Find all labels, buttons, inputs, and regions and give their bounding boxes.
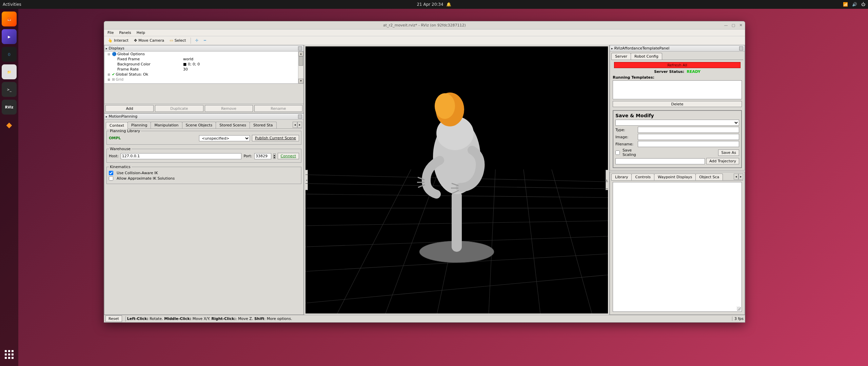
- tab-robot-config[interactable]: Robot Config: [631, 53, 662, 60]
- host-input[interactable]: [121, 153, 242, 159]
- tab-scroll-left[interactable]: ◂: [293, 122, 297, 128]
- clock[interactable]: 21 Apr 20:34: [417, 2, 443, 7]
- dock-cube-app[interactable]: ◆: [2, 117, 17, 132]
- planning-library-legend: Planning Library: [109, 129, 141, 133]
- svg-line-4: [305, 275, 608, 303]
- dock-rviz[interactable]: RViz: [2, 100, 17, 115]
- save-scaling-checkbox[interactable]: [615, 150, 620, 155]
- collision-label: Use Collision-Aware IK: [117, 171, 158, 175]
- add-trajectory-button[interactable]: Add Trajectory: [706, 158, 739, 164]
- duplicate-button[interactable]: Duplicate: [155, 105, 203, 112]
- tab-server[interactable]: Server: [611, 53, 631, 60]
- port-label: Port:: [243, 154, 252, 158]
- kinematics-legend: Kinematics: [109, 165, 132, 169]
- type-label: Type:: [615, 128, 636, 132]
- menubar: File Panels Help: [104, 29, 745, 36]
- tool-select[interactable]: ▭Select: [167, 37, 188, 44]
- expand-icon[interactable]: ▸: [106, 47, 107, 50]
- robot-model: [406, 72, 508, 277]
- filename-input[interactable]: [638, 141, 739, 147]
- menu-file[interactable]: File: [105, 30, 116, 36]
- remove-button[interactable]: Remove: [205, 105, 253, 112]
- host-label: Host:: [109, 154, 119, 158]
- statusbar-help: Left-Click: Rotate. Middle-Click: Move X…: [127, 317, 292, 321]
- dock-vscode[interactable]: ⟨⟩: [2, 47, 17, 62]
- tab-manipulation[interactable]: Manipulation: [151, 122, 182, 128]
- power-icon[interactable]: ⏻: [861, 2, 865, 7]
- volume-icon[interactable]: 🔊: [852, 2, 857, 7]
- scrollbar[interactable]: ▴▾: [298, 52, 303, 83]
- affordance-lower-panel: Library Controls Waypoint Displays Objec…: [610, 172, 745, 315]
- displays-tree[interactable]: ⊟🔵 Global Options Fixed Frameworld Backg…: [104, 52, 303, 83]
- add-button[interactable]: Add: [105, 105, 154, 112]
- pin-icon[interactable]: [739, 46, 743, 50]
- notification-icon[interactable]: 🔔: [446, 2, 451, 7]
- rviz-window: at_r2_moveit.rviz* - RViz (on 92fdc32871…: [104, 21, 745, 323]
- svg-line-12: [524, 169, 541, 313]
- warehouse-group: Warehouse Host: Port: ▲▼ Connect: [106, 149, 301, 163]
- tool-focus[interactable]: ✢: [193, 37, 201, 44]
- delete-button[interactable]: Delete: [613, 101, 742, 107]
- save-as-button[interactable]: Save As: [718, 149, 739, 156]
- type-input[interactable]: [638, 127, 739, 133]
- dock-files[interactable]: 📁: [2, 64, 17, 79]
- svg-rect-15: [452, 191, 462, 252]
- tab-object-scaling[interactable]: Object Sca: [695, 174, 723, 180]
- tab-stored-scenes[interactable]: Stored Scenes: [216, 122, 250, 128]
- pin-icon[interactable]: [298, 46, 302, 50]
- collision-checkbox[interactable]: [109, 171, 113, 175]
- pin-icon[interactable]: [298, 115, 302, 119]
- image-input[interactable]: [638, 134, 739, 140]
- tab-scroll-right[interactable]: ▸: [738, 174, 743, 180]
- port-spinner[interactable]: ▲▼: [273, 154, 276, 159]
- save-modify-title: Save & Modify: [615, 113, 739, 118]
- 3d-viewport[interactable]: ◂ ▸: [305, 46, 608, 313]
- trajectory-input[interactable]: [615, 158, 705, 164]
- tab-waypoint-displays[interactable]: Waypoint Displays: [654, 174, 696, 180]
- planner-select[interactable]: <unspecified>: [199, 135, 250, 141]
- wifi-icon[interactable]: 📶: [843, 2, 848, 7]
- tab-scroll-right[interactable]: ▸: [297, 122, 302, 128]
- template-select[interactable]: [615, 120, 739, 126]
- window-maximize[interactable]: ▢: [731, 23, 735, 27]
- tab-stored-states[interactable]: Stored Sta: [250, 122, 277, 128]
- approx-checkbox[interactable]: [109, 176, 113, 181]
- motionplanning-panel: ▸ MotionPlanning Context Planning Manipu…: [104, 113, 304, 315]
- expand-icon[interactable]: ▸: [611, 47, 613, 50]
- dock-firefox[interactable]: 🦊: [2, 12, 17, 26]
- window-minimize[interactable]: —: [724, 23, 728, 27]
- activities-button[interactable]: Activities: [3, 2, 21, 7]
- port-input[interactable]: [254, 153, 271, 159]
- tab-context[interactable]: Context: [106, 122, 128, 129]
- expand-icon[interactable]: ▸: [106, 115, 107, 118]
- refresh-all-button[interactable]: Refresh All: [614, 62, 741, 68]
- show-applications[interactable]: [2, 347, 17, 362]
- tab-planning[interactable]: Planning: [127, 122, 151, 128]
- rename-button[interactable]: Rename: [254, 105, 302, 112]
- svg-line-13: [552, 169, 594, 313]
- reset-button[interactable]: Reset: [105, 316, 122, 322]
- menu-help[interactable]: Help: [135, 30, 147, 36]
- window-close[interactable]: ✕: [739, 23, 743, 27]
- measure-icon: ━: [204, 38, 206, 43]
- dock: 🦊 ▶ ⟨⟩ 📁 >_ RViz ◆: [0, 9, 18, 366]
- dock-terminal[interactable]: >_: [2, 82, 17, 97]
- gnome-topbar: Activities 21 Apr 20:34 🔔 📶 🔊 ⏻: [0, 0, 868, 9]
- tool-interact[interactable]: 👆Interact: [105, 37, 131, 44]
- publish-scene-button[interactable]: Publish Current Scene: [252, 135, 299, 141]
- tool-move-camera[interactable]: ✥Move Camera: [132, 37, 166, 44]
- resize-grip[interactable]: [737, 307, 741, 311]
- library-list[interactable]: [613, 182, 742, 312]
- tab-scene-objects[interactable]: Scene Objects: [182, 122, 216, 128]
- dock-app-purple[interactable]: ▶: [2, 29, 17, 44]
- running-templates-label: Running Templates:: [613, 75, 742, 80]
- connect-button[interactable]: Connect: [278, 153, 299, 159]
- window-titlebar[interactable]: at_r2_moveit.rviz* - RViz (on 92fdc32871…: [104, 21, 745, 29]
- tab-controls[interactable]: Controls: [631, 174, 654, 180]
- running-templates-list[interactable]: [613, 80, 742, 99]
- tab-library[interactable]: Library: [611, 174, 632, 180]
- tab-scroll-left[interactable]: ◂: [734, 174, 738, 180]
- tool-measure[interactable]: ━: [201, 37, 209, 44]
- menu-panels[interactable]: Panels: [117, 30, 133, 36]
- select-icon: ▭: [170, 38, 173, 43]
